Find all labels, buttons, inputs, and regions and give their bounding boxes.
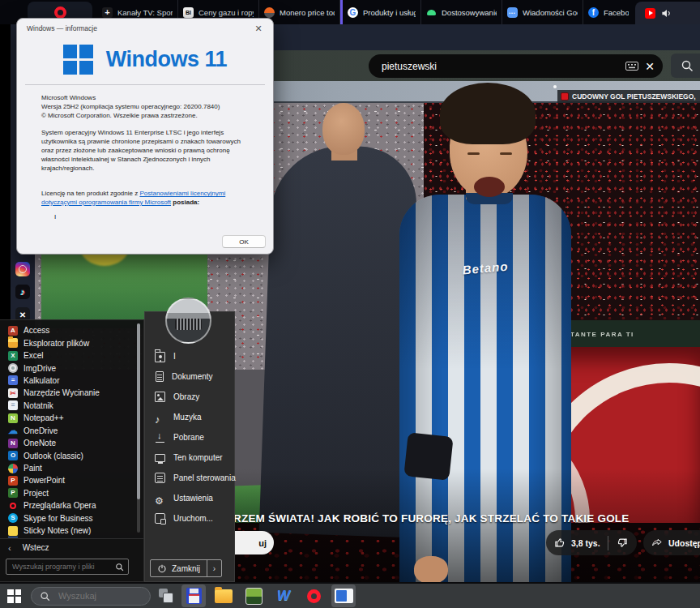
app-label: OneNote xyxy=(23,439,56,447)
share-icon xyxy=(651,537,664,549)
start-place-user-folder[interactable]: I xyxy=(145,346,234,366)
app-label: Kalkulator xyxy=(23,376,59,385)
project-icon xyxy=(8,488,18,498)
start-app-notepadpp[interactable]: Notepad++ xyxy=(0,412,143,424)
tab-audio-icon[interactable] xyxy=(661,8,672,19)
start-app-onedrive[interactable]: OneDrive xyxy=(0,425,143,437)
start-place-document[interactable]: Dokumenty xyxy=(145,366,234,387)
like-dislike-buttons[interactable]: 3,8 tys. xyxy=(546,530,637,555)
thumb-down-icon[interactable] xyxy=(616,537,628,549)
start-search-input[interactable] xyxy=(11,562,115,572)
user-avatar[interactable] xyxy=(165,298,211,344)
paint-icon xyxy=(8,464,18,473)
business-insider-icon xyxy=(183,7,194,18)
start-place-computer[interactable]: Ten komputer xyxy=(145,447,234,468)
player-armband xyxy=(403,432,453,481)
green-app-icon xyxy=(245,588,262,605)
app-label: Przeglądarka Opera xyxy=(23,501,96,510)
start-app-powerpoint[interactable]: PowerPoint xyxy=(0,474,143,486)
tab-google-news[interactable]: Wiadomości Google w p xyxy=(502,0,583,24)
place-label: Uruchom... xyxy=(173,514,213,523)
windows-about-dialog: Windows — informacje ✕ Windows 11 Micros… xyxy=(16,18,274,255)
document-icon xyxy=(156,371,164,382)
start-place-image[interactable]: Obrazy xyxy=(145,387,234,407)
access-icon xyxy=(8,326,18,336)
share-button[interactable]: Udostępnij xyxy=(643,530,700,555)
tab-android[interactable]: Dostosowywanie dymk xyxy=(421,0,502,24)
app-label: ImgDrive xyxy=(23,364,56,373)
opera-icon xyxy=(307,589,321,603)
taskbar-app-movies-app[interactable] xyxy=(331,584,356,607)
start-app-snipping[interactable]: Narzędzie Wycinanie xyxy=(0,387,143,399)
app-label: Eksplorator plików xyxy=(23,339,89,348)
start-app-notatnik[interactable]: Notatnik xyxy=(0,400,143,412)
shutdown-button[interactable]: Zamknij xyxy=(151,560,207,576)
dialog-titlebar[interactable]: Windows — informacje ✕ xyxy=(17,19,273,38)
start-place-music[interactable]: Muzyka xyxy=(145,407,234,427)
start-app-imgdrive[interactable]: ImgDrive xyxy=(0,362,143,374)
youtube-search-bar[interactable]: ✕ xyxy=(369,54,663,78)
start-app-clipped[interactable] xyxy=(0,537,143,537)
start-button[interactable] xyxy=(7,589,21,603)
outlook-icon xyxy=(8,451,18,460)
search-button[interactable] xyxy=(671,54,700,78)
back-button[interactable]: ‹ Wstecz xyxy=(0,538,143,556)
start-app-project[interactable]: Project xyxy=(0,487,143,499)
taskbar-search[interactable] xyxy=(31,587,151,606)
ok-button[interactable]: OK xyxy=(222,235,266,248)
dialog-title: Windows — informacje xyxy=(27,24,97,32)
taskbar-search-input[interactable] xyxy=(57,590,142,602)
start-app-opera[interactable]: Przeglądarka Opera xyxy=(0,499,143,512)
notatnik-icon xyxy=(8,400,18,410)
licensee-value: I xyxy=(17,207,273,221)
taskbar-app-green-app[interactable] xyxy=(241,584,266,607)
app-label: Access xyxy=(23,326,49,335)
onedrive-icon xyxy=(8,426,18,435)
taskbar-app-w-app[interactable] xyxy=(271,584,296,607)
image-icon xyxy=(155,392,165,402)
player-eye xyxy=(467,152,480,155)
start-menu-right-panel: I Dokumenty Obrazy Muzyka Pobrane Ten ko… xyxy=(144,311,235,582)
sidebar-tiktok-button[interactable] xyxy=(15,285,30,299)
taskbar-app-folder[interactable] xyxy=(211,584,236,607)
control-panel-icon xyxy=(155,473,165,483)
tab-google[interactable]: Produkty i usługi Googl xyxy=(340,0,421,24)
shutdown-options-arrow[interactable]: › xyxy=(207,560,221,576)
google-icon xyxy=(348,7,358,18)
start-menu-scrollbar[interactable] xyxy=(137,323,140,533)
taskbar-apps xyxy=(181,584,356,607)
shutdown-button-group: Zamknij › xyxy=(150,559,222,577)
start-place-control-panel[interactable]: Panel sterowania xyxy=(145,468,234,488)
tab-youtube-active[interactable] xyxy=(635,2,700,24)
folder-icon xyxy=(215,589,233,603)
start-app-kalkulator[interactable]: Kalkulator xyxy=(0,375,143,387)
start-app-onenote[interactable]: OneNote xyxy=(0,437,143,449)
start-menu-search-box[interactable] xyxy=(6,559,129,575)
start-app-sticky[interactable]: Sticky Notes (new) xyxy=(0,525,143,537)
legal-paragraph: System operacyjny Windows 11 Enterprise … xyxy=(41,129,254,173)
taskbar-app-opera[interactable] xyxy=(301,584,326,607)
tab-facebook[interactable]: Facebook xyxy=(583,0,634,24)
task-view-icon[interactable] xyxy=(159,589,175,603)
movies-app-icon xyxy=(335,589,353,603)
taskbar-app-floppy-disk[interactable] xyxy=(181,584,206,607)
share-label: Udostępnij xyxy=(668,538,700,548)
start-place-settings[interactable]: Ustawienia xyxy=(145,488,234,508)
start-app-access[interactable]: Access xyxy=(0,324,143,336)
player-eye xyxy=(500,152,512,155)
android-icon xyxy=(426,7,437,18)
search-input[interactable] xyxy=(380,60,619,73)
start-place-run[interactable]: Uruchom... xyxy=(145,508,234,529)
start-app-excel[interactable]: Excel xyxy=(0,349,143,362)
facebook-icon xyxy=(588,7,599,18)
keyboard-icon[interactable] xyxy=(625,62,638,71)
start-app-paint[interactable]: Paint xyxy=(0,462,143,474)
thumb-up-icon[interactable] xyxy=(554,537,566,549)
start-place-download[interactable]: Pobrane xyxy=(145,427,234,447)
clear-search-icon[interactable]: ✕ xyxy=(645,61,655,72)
close-icon[interactable]: ✕ xyxy=(252,24,265,34)
start-app-skype[interactable]: Skype for Business xyxy=(0,512,143,525)
start-app-outlook[interactable]: Outlook (classic) xyxy=(0,449,143,461)
start-app-explorer[interactable]: Eksplorator plików xyxy=(0,336,143,349)
sidebar-instagram-button[interactable] xyxy=(15,262,30,276)
